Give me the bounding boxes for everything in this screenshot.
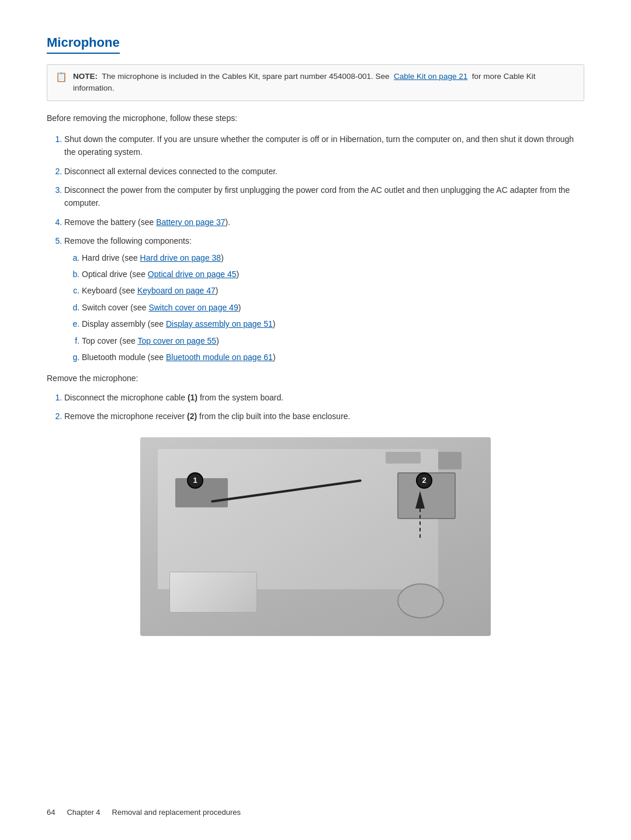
step-4: Remove the battery (see Battery on page … — [64, 216, 584, 229]
keyboard-link[interactable]: Keyboard on page 47 — [137, 286, 216, 295]
switch-cover-link[interactable]: Switch cover on page 49 — [148, 303, 238, 312]
microphone-diagram: 1 2 — [140, 437, 491, 636]
bluetooth-module-link[interactable]: Bluetooth module on page 61 — [166, 352, 273, 362]
display-assembly-link[interactable]: Display assembly on page 51 — [166, 319, 273, 329]
sub-step-g-text: Bluetooth module (see Bluetooth module o… — [82, 352, 276, 362]
bottom-right-component — [397, 583, 444, 618]
step-5: Remove the following components: Hard dr… — [64, 234, 584, 364]
footer: 64 Chapter 4 Removal and replacement pro… — [47, 808, 241, 817]
note-label: NOTE: — [73, 72, 98, 81]
main-surface — [158, 449, 438, 589]
sub-step-a: Hard drive (see Hard drive on page 38) — [82, 251, 584, 264]
page-title: Microphone — [47, 35, 120, 54]
sub-step-f-text: Top cover (see Top cover on page 55) — [82, 336, 219, 345]
step-1: Shut down the computer. If you are unsur… — [64, 133, 584, 159]
step-3-text: Disconnect the power from the computer b… — [64, 185, 570, 208]
sub-step-e: Display assembly (see Display assembly o… — [82, 317, 584, 330]
remove-step-1-text: Disconnect the microphone cable (1) from… — [64, 393, 283, 402]
footer-chapter: Chapter 4 — [67, 808, 100, 817]
sub-step-e-text: Display assembly (see Display assembly o… — [82, 319, 276, 329]
battery-link[interactable]: Battery on page 37 — [156, 217, 225, 227]
note-text-before: The microphone is included in the Cables… — [102, 72, 389, 81]
remove-step-2: Remove the microphone receiver (2) from … — [64, 410, 584, 423]
sub-step-g: Bluetooth module (see Bluetooth module o… — [82, 351, 584, 364]
step-2: Disconnect all external devices connecte… — [64, 165, 584, 178]
sub-step-b-text: Optical drive (see Optical drive on page… — [82, 269, 239, 279]
cable-kit-link[interactable]: Cable Kit on page 21 — [394, 72, 467, 81]
top-cover-link[interactable]: Top cover on page 55 — [137, 336, 216, 345]
sub-step-d-text: Switch cover (see Switch cover on page 4… — [82, 303, 241, 312]
top-right-component-2 — [438, 452, 462, 469]
note-box: 📋 NOTE: The microphone is included in th… — [47, 64, 584, 101]
remove-steps-list: Disconnect the microphone cable (1) from… — [64, 391, 584, 423]
sub-step-a-text: Hard drive (see Hard drive on page 38) — [82, 253, 224, 262]
bottom-left-component — [169, 572, 257, 613]
sub-steps-list: Hard drive (see Hard drive on page 38) O… — [82, 251, 584, 364]
optical-drive-link[interactable]: Optical drive on page 45 — [148, 269, 237, 279]
step-5-text: Remove the following components: — [64, 236, 192, 246]
footer-page-number: 64 — [47, 808, 55, 817]
remove-step-2-text: Remove the microphone receiver (2) from … — [64, 412, 351, 421]
step-1-text: Shut down the computer. If you are unsur… — [64, 134, 574, 157]
remove-step-1: Disconnect the microphone cable (1) from… — [64, 391, 584, 404]
remove-label: Remove the microphone: — [47, 372, 584, 385]
main-steps-list: Shut down the computer. If you are unsur… — [64, 133, 584, 364]
callout-1: 1 — [187, 472, 203, 489]
intro-text: Before removing the microphone, follow t… — [47, 112, 584, 125]
sub-step-f: Top cover (see Top cover on page 55) — [82, 334, 584, 347]
sub-step-d: Switch cover (see Switch cover on page 4… — [82, 301, 584, 314]
step-3: Disconnect the power from the computer b… — [64, 184, 584, 210]
diagram-container: 1 2 — [47, 437, 584, 636]
sub-step-b: Optical drive (see Optical drive on page… — [82, 268, 584, 281]
hard-drive-link[interactable]: Hard drive on page 38 — [140, 253, 221, 262]
top-right-component-1 — [386, 452, 421, 464]
step-4-text: Remove the battery (see Battery on page … — [64, 217, 230, 227]
sub-step-c: Keyboard (see Keyboard on page 47) — [82, 284, 584, 297]
note-text: NOTE: The microphone is included in the … — [73, 71, 575, 95]
sub-step-c-text: Keyboard (see Keyboard on page 47) — [82, 286, 219, 295]
dashed-line-icon — [419, 509, 421, 538]
note-icon: 📋 — [56, 71, 67, 82]
arrow-up-icon — [415, 491, 425, 509]
callout-2: 2 — [416, 472, 432, 489]
step-2-text: Disconnect all external devices connecte… — [64, 167, 278, 176]
footer-chapter-label: Removal and replacement procedures — [112, 808, 241, 817]
